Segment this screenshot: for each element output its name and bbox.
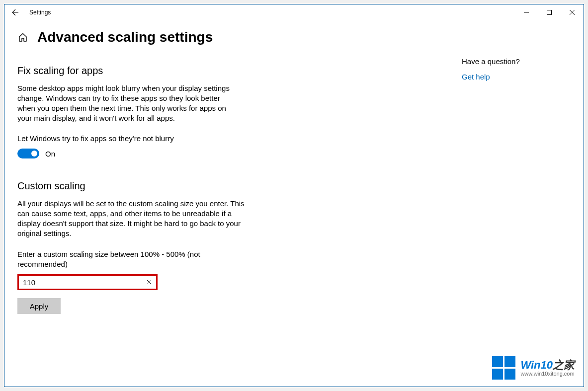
custom-scaling-heading: Custom scaling [17,180,462,192]
close-icon [570,10,575,15]
watermark-title-post: 之家 [553,359,575,371]
window-title: Settings [29,9,51,16]
titlebar: Settings [4,4,584,20]
watermark-url: www.win10xitong.com [520,371,575,377]
minimize-button[interactable] [515,4,538,20]
back-arrow-icon [11,8,19,16]
page-title: Advanced scaling settings [37,29,213,45]
watermark-logo-icon [492,356,515,380]
page-header: Advanced scaling settings [17,29,462,45]
main-column: Advanced scaling settings Fix scaling fo… [4,29,462,387]
close-button[interactable] [561,4,584,20]
settings-window: Settings Advanc [4,4,584,387]
clear-input-button[interactable] [142,276,156,289]
side-column: Have a question? Get help [462,29,520,387]
custom-scaling-input[interactable] [19,276,142,289]
watermark-text: Win10之家 www.win10xitong.com [520,360,575,377]
watermark-title-pre: Win10 [520,359,553,371]
toggle-state-label: On [45,150,55,158]
toggle-knob [31,151,37,156]
content-area: Advanced scaling settings Fix scaling fo… [4,20,584,387]
blurry-fix-toggle[interactable] [17,149,39,158]
back-button[interactable] [4,4,26,20]
minimize-icon [524,10,529,15]
fix-scaling-heading: Fix scaling for apps [17,65,462,77]
svg-rect-0 [547,10,552,15]
fix-scaling-toggle-label: Let Windows try to fix apps so they're n… [17,134,462,143]
fix-scaling-description: Some desktop apps might look blurry when… [17,83,231,123]
apply-button[interactable]: Apply [17,298,61,314]
watermark: Win10之家 www.win10xitong.com [492,356,575,380]
question-heading: Have a question? [462,57,520,66]
toggle-row: On [17,149,462,158]
custom-scaling-input-wrapper [17,274,158,290]
get-help-link[interactable]: Get help [462,73,520,81]
custom-scaling-input-label: Enter a custom scaling size between 100%… [17,249,216,269]
maximize-button[interactable] [538,4,561,20]
watermark-title: Win10之家 [520,360,575,371]
custom-scaling-description: All your displays will be set to the cus… [17,199,246,238]
home-icon[interactable] [17,32,28,43]
maximize-icon [547,10,552,15]
clear-x-icon [147,280,152,285]
